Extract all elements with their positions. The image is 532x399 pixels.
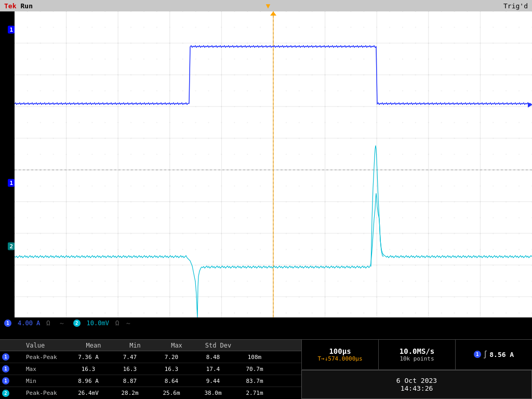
meas-ch2-icon: 2: [0, 390, 26, 397]
ch2-scale-label: 10.0mV: [87, 320, 109, 327]
brand-label: Tek: [4, 2, 16, 10]
meas-std-ch1-min: 83.7m: [234, 378, 275, 384]
col-header-stddev: Std Dev: [197, 342, 239, 349]
meas-max-ch1-max: 17.4: [192, 366, 234, 373]
meas-min-ch1-max: 16.3: [151, 366, 192, 373]
meas-std-ch1-max: 70.7m: [234, 366, 275, 373]
col-header-min: Min: [114, 342, 156, 349]
oscilloscope-display: Tek Run ▼ Trig'd 1 1 2: [0, 0, 532, 399]
channel-info-bar: 1 4.00 A Ω ～ 2 10.0mV Ω ～: [0, 317, 532, 329]
meas-max-ch1-min: 9.44: [192, 378, 234, 384]
right-meas-bottom-row: 6 Oct 2023 14:43:26: [301, 369, 532, 400]
waveform-svg: [15, 11, 532, 329]
meas-label-max-1: Max: [26, 366, 68, 373]
time-label: 14:43:26: [401, 384, 433, 392]
meas-mean-ch1-max: 16.3: [109, 366, 151, 373]
top-bar: Tek Run ▼ Trig'd: [0, 0, 532, 11]
trigger-value: 8.56 A: [489, 351, 514, 358]
meas-min-ch1-min: 8.64: [151, 378, 192, 384]
timebase-box: 100µs T→↓574.0000µs: [301, 340, 378, 369]
meas-table-header: Value Mean Min Max Std Dev: [0, 340, 301, 351]
meas-mean-ch1-min: 8.87: [109, 378, 151, 384]
col-header-label: Value: [26, 342, 73, 349]
ch1-scale-label: 4.00 A: [18, 320, 40, 327]
timebase-trigger-offset: T→↓574.0000µs: [317, 355, 362, 362]
measurement-table: Value Mean Min Max Std Dev 1 Peak-Peak 7…: [0, 339, 301, 399]
run-mode-label: Run: [20, 2, 32, 10]
meas-label-peakpeak-2: Peak-Peak: [26, 390, 68, 396]
datetime-area: 6 Oct 2023 14:43:26: [301, 370, 532, 400]
trigger-marker: ▼: [266, 2, 270, 10]
top-bar-left: Tek Run: [4, 2, 33, 10]
trigger-ch-indicator: 1: [474, 351, 481, 358]
ch2-coupling: Ω: [115, 320, 119, 327]
ch2-indicator: 2: [73, 320, 81, 327]
col-header-mean: Mean: [73, 342, 114, 349]
trigger-symbol: ∫: [483, 350, 487, 358]
ch1-top-marker: 1: [8, 26, 15, 34]
meas-val-ch1-min: 8.96 A: [68, 378, 109, 384]
meas-max-ch2-pp: 38.0m: [192, 390, 234, 396]
right-measurement-area: 100µs T→↓574.0000µs 10.0MS/s 10k points …: [301, 339, 532, 399]
left-sidebar: 1 1 2: [0, 11, 15, 329]
meas-row-ch1-min: 1 Min 8.96 A 8.87 8.64 9.44 83.7m: [0, 375, 301, 387]
meas-row-ch2-peakpeak: 2 Peak-Peak 26.4mV 28.2m 25.6m 38.0m 2.7…: [0, 387, 301, 399]
meas-label-peakpeak-1: Peak-Peak: [26, 354, 68, 361]
meas-ch1-icon-2: 1: [0, 365, 26, 373]
sample-rate: 10.0MS/s: [400, 347, 434, 355]
meas-val-ch1-max: 16.3: [68, 366, 109, 373]
meas-min-ch1-pp: 7.20: [151, 354, 192, 361]
bottom-area: Value Mean Min Max Std Dev 1 Peak-Peak 7…: [0, 329, 532, 399]
trigger-box-right: 1 ∫ 8.56 A: [455, 340, 532, 369]
ch1-coupling: Ω: [46, 320, 50, 327]
ch1-mid-marker: 1: [8, 179, 15, 187]
right-meas-top-row: 100µs T→↓574.0000µs 10.0MS/s 10k points …: [301, 339, 532, 369]
meas-std-ch2-pp: 2.71m: [234, 390, 275, 396]
meas-max-ch1-pp: 8.48: [192, 354, 234, 361]
trigger-status: Trig'd: [503, 2, 528, 10]
ch1-indicator: 1: [4, 320, 11, 327]
col-header-max: Max: [156, 342, 197, 349]
timebase-scale: 100µs: [329, 347, 351, 355]
meas-row-ch1-max: 1 Max 16.3 16.3 16.3 17.4 70.7m: [0, 363, 301, 375]
sample-rate-box: 10.0MS/s 10k points: [378, 340, 455, 369]
meas-mean-ch1-pp: 7.47: [109, 354, 151, 361]
meas-label-min-1: Min: [26, 378, 68, 384]
meas-min-ch2-pp: 25.6m: [151, 390, 192, 396]
meas-std-ch1-pp: 108m: [234, 354, 275, 361]
ch2-marker: 2: [8, 243, 15, 250]
record-length: 10k points: [400, 355, 434, 362]
meas-mean-ch2-pp: 28.2m: [109, 390, 151, 396]
meas-row-ch1-peakpeak: 1 Peak-Peak 7.36 A 7.47 7.20 8.48 108m: [0, 351, 301, 363]
meas-ch1-icon: 1: [0, 353, 26, 361]
meas-ch1-icon-3: 1: [0, 377, 26, 384]
meas-val-ch2-pp: 26.4mV: [68, 390, 109, 396]
waveform-area: [15, 11, 532, 329]
meas-val-ch1-pp: 7.36 A: [68, 354, 109, 361]
date-label: 6 Oct 2023: [396, 377, 437, 384]
